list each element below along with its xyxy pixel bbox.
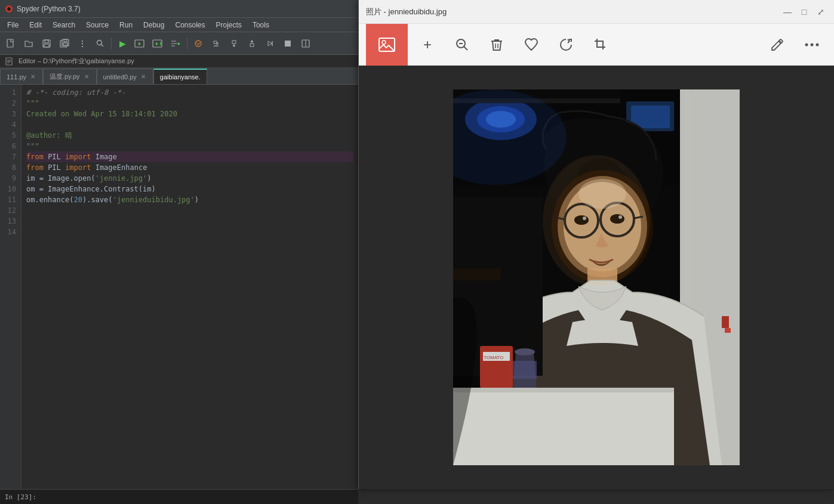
bottom-status-bar: In [23]: <box>0 489 358 504</box>
code-line-14 <box>26 227 353 237</box>
browse-tabs-button[interactable]: ⋮ <box>74 35 91 52</box>
photo-title-bar: 照片 - jennieduibidu.jpg — □ ⤢ <box>359 0 834 24</box>
code-line-3: Created on Wed Apr 15 18:14:01 2020 <box>26 109 353 119</box>
editor-breadcrumb: Editor – D:\Python作业\gaibianyanse.py <box>0 55 358 68</box>
svg-line-15 <box>101 44 104 47</box>
code-line-9: im = Image.open('jennie.jpg') <box>26 173 353 184</box>
photo-title: 照片 - jennieduibidu.jpg <box>366 7 447 17</box>
new-file-button[interactable] <box>2 35 19 52</box>
stop-debug-button[interactable] <box>279 35 296 52</box>
editor-label <box>5 57 15 65</box>
tab-111py[interactable]: 111.py ✕ <box>0 69 43 84</box>
code-line-1: # -*- coding: utf-8 -*- <box>26 87 353 98</box>
tab-gaibianyanse[interactable]: gaibianyanse. <box>153 69 207 84</box>
menu-edit[interactable]: Edit <box>24 20 47 30</box>
svg-point-37 <box>816 43 819 46</box>
photo-active-button[interactable] <box>366 24 408 66</box>
svg-point-76 <box>543 155 650 286</box>
svg-point-14 <box>97 40 102 45</box>
maximize-button[interactable]: □ <box>798 6 810 18</box>
more-button[interactable] <box>797 30 827 60</box>
extra-button[interactable] <box>297 35 314 52</box>
code-line-4 <box>26 119 353 130</box>
favorite-button[interactable] <box>516 30 546 60</box>
menu-run[interactable]: Run <box>115 20 137 30</box>
svg-rect-21 <box>285 41 291 47</box>
tab-close-111py[interactable]: ✕ <box>29 73 36 81</box>
svg-line-32 <box>464 47 467 50</box>
spyder-title: Spyder (Python 3.7) <box>17 5 81 13</box>
code-editor[interactable]: 1 2 3 4 5 6 7 8 9 10 11 12 13 14 # -*- c… <box>0 85 358 504</box>
menu-search[interactable]: Search <box>48 20 80 30</box>
menu-tools[interactable]: Tools <box>248 20 274 30</box>
svg-point-18 <box>195 41 201 47</box>
photo-display-area: TOMATO CUP <box>359 66 834 489</box>
console-prompt: In [23]: <box>5 493 36 501</box>
menu-source[interactable]: Source <box>81 20 113 30</box>
expand-button[interactable]: ⤢ <box>815 6 827 18</box>
tab-untitled0py[interactable]: untitled0.py ✕ <box>97 69 153 84</box>
spyder-toolbar: ⋮ ▶ <box>0 32 358 55</box>
spyder-menu-bar: File Edit Search Source Run Debug Consol… <box>0 18 358 32</box>
svg-point-29 <box>382 41 386 44</box>
menu-consoles[interactable]: Consoles <box>170 20 210 30</box>
minimize-button[interactable]: — <box>781 6 793 18</box>
continue-button[interactable] <box>261 35 278 52</box>
tab-close-wendupy[interactable]: ✕ <box>83 73 90 81</box>
save-all-button[interactable] <box>56 35 73 52</box>
code-line-6: """ <box>26 141 353 151</box>
svg-rect-6 <box>7 39 13 47</box>
edit-pencil-button[interactable] <box>762 30 792 60</box>
spyder-app-icon <box>5 5 13 13</box>
step-return-button[interactable] <box>244 35 260 52</box>
code-line-8: from PIL import ImageEnhance <box>26 162 353 173</box>
add-button[interactable]: + <box>413 30 442 60</box>
svg-point-1 <box>7 7 11 11</box>
spyder-window: Spyder (Python 3.7) File Edit Search Sou… <box>0 0 358 504</box>
tab-close-untitled0py[interactable]: ✕ <box>140 73 147 81</box>
step-button[interactable] <box>208 35 224 52</box>
tab-wendupy[interactable]: 温度.py.py ✕ <box>43 69 97 84</box>
toolbar-sep-2 <box>187 38 187 50</box>
zoom-out-button[interactable] <box>447 30 477 60</box>
code-line-11: om.enhance(20).save('jennieduibidu.jpg') <box>26 194 353 205</box>
run-button[interactable]: ▶ <box>114 35 131 52</box>
rotate-button[interactable] <box>551 30 581 60</box>
svg-rect-9 <box>44 44 49 47</box>
run-cell-advance-button[interactable] <box>150 35 167 52</box>
window-controls: — □ ⤢ <box>781 6 827 18</box>
step-into-button[interactable] <box>226 35 242 52</box>
menu-projects[interactable]: Projects <box>211 20 247 30</box>
code-line-5: @author: 晴 <box>26 130 353 141</box>
crop-button[interactable] <box>586 30 616 60</box>
code-line-2: """ <box>26 98 353 109</box>
code-line-7: from PIL import Image <box>26 151 353 162</box>
code-line-10: om = ImageEnhance.Contrast(im) <box>26 184 353 194</box>
run-selection-button[interactable] <box>168 35 184 52</box>
svg-point-36 <box>811 43 814 46</box>
photo-toolbar: + <box>359 24 834 66</box>
spyder-title-bar: Spyder (Python 3.7) <box>0 0 358 18</box>
svg-point-35 <box>805 43 808 46</box>
photo-viewer-window: 照片 - jennieduibidu.jpg — □ ⤢ + <box>358 0 834 489</box>
tabs-bar: 111.py ✕ 温度.py.py ✕ untitled0.py ✕ gaibi… <box>0 68 358 85</box>
find-button[interactable] <box>92 35 109 52</box>
save-button[interactable] <box>38 35 55 52</box>
toolbar-sep-1 <box>111 38 112 50</box>
menu-debug[interactable]: Debug <box>139 20 169 30</box>
code-line-13 <box>26 216 353 227</box>
run-cell-button[interactable] <box>132 35 149 52</box>
debug-button[interactable] <box>190 35 207 52</box>
delete-button[interactable] <box>482 30 512 60</box>
open-file-button[interactable] <box>20 35 37 52</box>
breadcrumb-text: Editor – D:\Python作业\gaibianyanse.py <box>19 57 134 66</box>
photo-image: TOMATO CUP <box>453 89 740 465</box>
svg-rect-8 <box>45 40 48 43</box>
menu-file[interactable]: File <box>2 20 23 30</box>
line-numbers: 1 2 3 4 5 6 7 8 9 10 11 12 13 14 <box>0 85 21 504</box>
code-text[interactable]: # -*- coding: utf-8 -*- """ Created on W… <box>21 85 358 504</box>
code-line-12 <box>26 205 353 216</box>
